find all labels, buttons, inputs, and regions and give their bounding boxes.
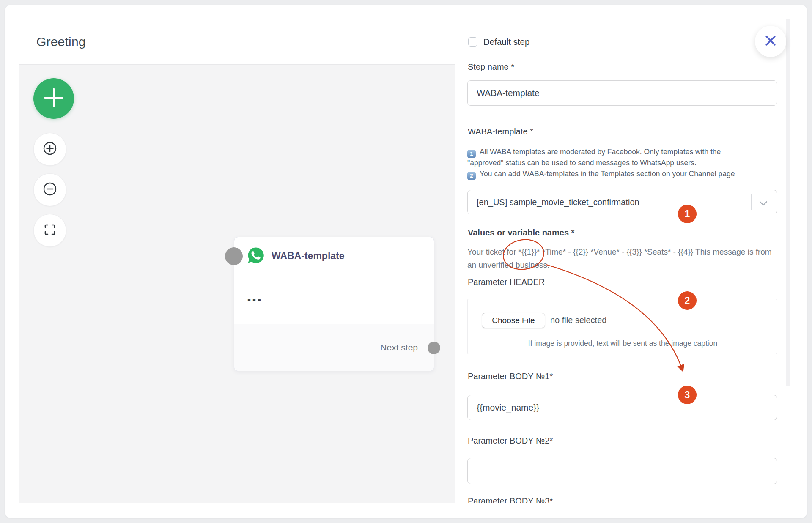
zoom-in-button[interactable] [33, 133, 66, 166]
zoom-in-icon [40, 139, 60, 160]
values-label: Values or variable names * [468, 228, 574, 238]
template-preview-line-1: Your ticket for *{{1}}* *Time* - {{2}} *… [467, 247, 772, 257]
select-divider [751, 194, 752, 210]
image-caption-note: If image is provided, text will be sent … [468, 339, 778, 348]
add-step-button[interactable] [33, 78, 74, 119]
flow-builder-screen: Greeting [0, 0, 812, 523]
chevron-down-icon [759, 200, 768, 208]
info-note-line-1: 1All WABA templates are moderated by Fac… [467, 147, 721, 158]
step-node[interactable]: WABA-template --- Next step [234, 237, 434, 371]
next-step-label: Next step [380, 324, 418, 371]
keycap-1-icon: 1 [467, 150, 476, 158]
panel-clip-cover [455, 503, 802, 517]
step-node-title: WABA-template [272, 250, 345, 262]
node-input-handle[interactable] [225, 247, 243, 265]
file-upload-panel: Choose File no file selected If image is… [467, 299, 777, 354]
plus-icon [44, 88, 64, 110]
step-name-input[interactable] [467, 80, 777, 106]
info-note-line-2: "approved" status can be used to send me… [467, 158, 697, 168]
zoom-out-icon [40, 179, 60, 200]
file-status-text: no file selected [550, 315, 606, 325]
zoom-out-button[interactable] [33, 173, 66, 206]
template-preview-line-2: an unverified business. [467, 260, 549, 270]
parameter-body-1-label: Parameter BODY №1* [468, 372, 553, 381]
template-select[interactable]: [en_US] sample_movie_ticket_confirmation [467, 190, 777, 214]
node-output-handle[interactable] [428, 342, 440, 354]
step-name-label: Step name * [468, 62, 514, 72]
default-step-label: Default step [483, 37, 529, 47]
step-node-header: WABA-template [234, 237, 434, 275]
annotation-badge-3: 3 [678, 386, 697, 404]
panel-divider [455, 5, 455, 503]
step-node-body: --- [234, 276, 434, 325]
parameter-body-1-input[interactable] [467, 395, 777, 420]
template-select-value: [en_US] sample_movie_ticket_confirmation [477, 190, 639, 214]
annotation-badge-2: 2 [678, 291, 697, 310]
parameter-body-2-label: Parameter BODY №2* [468, 436, 553, 446]
flow-title: Greeting [36, 35, 86, 49]
node-body-placeholder: --- [247, 293, 263, 305]
waba-template-label: WABA-template * [468, 127, 533, 137]
whatsapp-icon [247, 246, 265, 266]
fit-view-button[interactable] [33, 214, 66, 247]
fit-view-icon [41, 220, 59, 241]
close-button[interactable] [755, 26, 786, 57]
parameter-header-label: Parameter HEADER [468, 277, 545, 287]
step-node-footer: Next step [234, 324, 434, 371]
choose-file-button[interactable]: Choose File [482, 313, 545, 328]
parameter-body-2-input[interactable] [467, 458, 777, 484]
close-icon [763, 33, 778, 49]
default-step-checkbox[interactable] [468, 37, 477, 47]
keycap-2-icon: 2 [467, 172, 476, 180]
info-note-line-3: 2You can add WABA-templates in the Templ… [467, 169, 735, 180]
annotation-badge-1: 1 [678, 205, 697, 223]
panel-scrollbar[interactable] [786, 19, 790, 386]
